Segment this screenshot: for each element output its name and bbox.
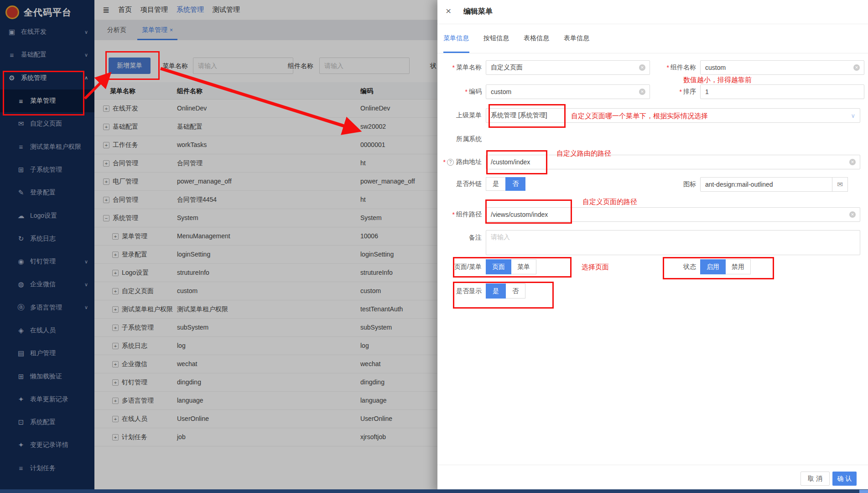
drawer-backdrop-mask[interactable]	[0, 0, 437, 493]
component-path-input[interactable]: /views/custom/index ✕	[486, 207, 860, 222]
form-row-component-path: *组件路径 /views/custom/index ✕	[437, 207, 860, 222]
confirm-button[interactable]: 确 认	[832, 472, 857, 486]
required-asterisk: *	[452, 64, 455, 71]
form-row-system: 所属系统	[437, 133, 486, 146]
external-link-label: 是否外链	[437, 180, 486, 188]
icon-input[interactable]: ant-design:mail-outlined	[700, 177, 832, 192]
required-asterisk: *	[452, 211, 455, 218]
route-input[interactable]: /custom/index ✕	[486, 155, 860, 169]
divider	[437, 53, 868, 53]
status-label: 状态	[634, 263, 700, 271]
toggle-option-禁用[interactable]: 禁用	[725, 259, 751, 274]
form-row-parent-menu: 上级菜单 系统管理 [系统管理] ∨	[437, 108, 860, 123]
sort-input[interactable]: 1	[700, 84, 864, 99]
toggle-option-是[interactable]: 是	[486, 283, 506, 299]
menu-name-input[interactable]: 自定义页面 ✕	[486, 60, 650, 75]
chevron-down-icon: ∨	[851, 112, 855, 119]
sort-label: *排序	[634, 88, 700, 96]
form-row-icon: 图标 ant-design:mail-outlined ✉	[634, 177, 848, 192]
toggle-option-页面[interactable]: 页面	[486, 259, 511, 274]
component-name-input[interactable]: custom ✕	[700, 60, 864, 75]
required-asterisk: *	[680, 88, 682, 95]
component-path-label: *组件路径	[437, 210, 486, 219]
drawer-tab-表格信息[interactable]: 表格信息	[524, 24, 564, 53]
form-row-remark: 备注	[437, 230, 860, 255]
form-row-sort: *排序 1	[634, 84, 864, 99]
screen: 全代码平台 ▣在线开发∨≡基础配置∨⚙系统管理∧≡菜单管理✉自定义页面≡测试菜单…	[0, 0, 868, 493]
form-row-status: 状态 启用禁用	[634, 259, 751, 274]
toggle-option-启用[interactable]: 启用	[700, 259, 726, 274]
drawer-tab-按钮信息[interactable]: 按钮信息	[483, 24, 524, 53]
code-input[interactable]: custom ✕	[486, 84, 650, 99]
remark-label: 备注	[437, 230, 486, 242]
drawer-tab-表单信息[interactable]: 表单信息	[564, 24, 604, 53]
menu-name-label: *菜单名称	[437, 63, 486, 72]
form-row-component-name: *组件名称 custom ✕	[634, 60, 864, 75]
system-label: 所属系统	[437, 135, 486, 143]
component-name-label: *组件名称	[634, 63, 700, 72]
page-menu-label: 页面/菜单	[437, 263, 486, 271]
code-label: *编码	[437, 88, 486, 96]
edit-menu-drawer: × 编辑菜单 菜单信息按钮信息表格信息表单信息 *菜单名称 自定义页面 ✕ *组…	[437, 0, 868, 493]
page-menu-toggle: 页面菜单	[486, 259, 536, 274]
clear-icon[interactable]: ✕	[849, 211, 856, 218]
clear-icon[interactable]: ✕	[849, 159, 856, 165]
cancel-button[interactable]: 取 消	[800, 472, 830, 486]
toggle-option-否[interactable]: 否	[505, 177, 525, 191]
visible-label: 是否显示	[437, 287, 486, 295]
form-row-page-menu: 页面/菜单 页面菜单	[437, 259, 536, 274]
form-row-external-link: 是否外链 是否	[437, 177, 525, 191]
toggle-option-菜单[interactable]: 菜单	[511, 259, 536, 274]
form-row-menu-name: *菜单名称 自定义页面 ✕	[437, 60, 650, 75]
visible-toggle: 是否	[486, 283, 525, 299]
parent-menu-label: 上级菜单	[437, 111, 486, 120]
status-toggle: 启用禁用	[700, 259, 751, 274]
required-asterisk: *	[443, 158, 446, 166]
route-label: *?路由地址	[437, 158, 486, 166]
parent-menu-select[interactable]: 系统管理 [系统管理] ∨	[486, 108, 860, 123]
clear-icon[interactable]: ✕	[853, 64, 860, 71]
close-icon[interactable]: ×	[446, 6, 451, 16]
bottom-strip-highlight	[859, 490, 868, 493]
drawer-tab-菜单信息[interactable]: 菜单信息	[443, 24, 483, 53]
mail-icon[interactable]: ✉	[832, 177, 848, 192]
required-asterisk: *	[667, 64, 669, 71]
form-row-code: *编码 custom ✕	[437, 84, 650, 99]
icon-field-label: 图标	[634, 180, 700, 189]
form-row-visible: 是否显示 是否	[437, 283, 525, 299]
drawer-title: 编辑菜单	[463, 7, 493, 16]
external-link-toggle: 是否	[486, 177, 525, 191]
bottom-strip	[0, 489, 868, 493]
form-row-route: *?路由地址 /custom/index ✕	[437, 155, 860, 169]
drawer-tabs: 菜单信息按钮信息表格信息表单信息	[437, 24, 868, 53]
required-asterisk: *	[465, 88, 468, 95]
divider	[437, 465, 868, 465]
toggle-option-否[interactable]: 否	[505, 283, 525, 299]
help-icon[interactable]: ?	[447, 159, 454, 166]
remark-textarea[interactable]	[486, 230, 860, 255]
toggle-option-是[interactable]: 是	[486, 177, 506, 191]
